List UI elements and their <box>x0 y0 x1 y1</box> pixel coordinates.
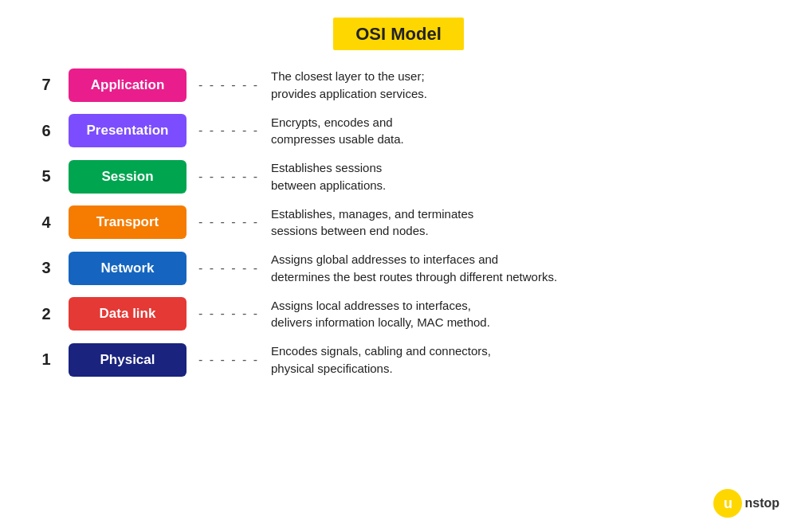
layer-description-6: Encrypts, encodes andcompresses usable d… <box>271 114 765 149</box>
layer-row-4: 4Transport- - - - - -Establishes, manage… <box>32 200 765 246</box>
layer-description-7: The closest layer to the user;provides a… <box>271 68 765 103</box>
layer-dashes-4: - - - - - - <box>193 215 265 229</box>
layer-row-3: 3Network- - - - - -Assigns global addres… <box>32 245 765 291</box>
layer-row-2: 2Data link- - - - - -Assigns local addre… <box>32 291 765 338</box>
page-container: OSI Model 7Application- - - - - -The clo… <box>0 0 797 532</box>
layer-description-1: Encodes signals, cabling and connectors,… <box>271 342 765 377</box>
unstop-circle: u <box>713 489 742 518</box>
layer-number-5: 5 <box>32 167 61 186</box>
unstop-logo: u nstop <box>713 489 779 518</box>
layer-description-4: Establishes, manages, and terminatessess… <box>271 205 765 241</box>
layers-container: 7Application- - - - - -The closest layer… <box>32 62 765 383</box>
layer-badge-session: Session <box>69 160 186 194</box>
layer-dashes-1: - - - - - - <box>193 353 265 367</box>
layer-number-3: 3 <box>32 259 61 277</box>
layer-dashes-7: - - - - - - <box>193 78 265 92</box>
layer-dashes-6: - - - - - - <box>193 123 265 138</box>
layer-badge-application: Application <box>69 68 186 102</box>
layer-row-6: 6Presentation- - - - - -Encrypts, encode… <box>32 108 765 155</box>
layer-number-7: 7 <box>32 76 61 94</box>
layer-row-1: 1Physical- - - - - -Encodes signals, cab… <box>32 337 765 383</box>
unstop-text: nstop <box>744 496 779 510</box>
layer-badge-transport: Transport <box>69 205 186 239</box>
layer-badge-physical: Physical <box>69 343 186 377</box>
layer-description-2: Assigns local addresses to interfaces,de… <box>271 297 765 332</box>
layer-number-1: 1 <box>32 350 61 369</box>
layer-dashes-2: - - - - - - <box>193 307 265 321</box>
layer-number-6: 6 <box>32 122 61 140</box>
layer-row-5: 5Session- - - - - -Establishes sessionsb… <box>32 154 765 200</box>
layer-description-5: Establishes sessionsbetween applications… <box>271 159 765 194</box>
layer-badge-presentation: Presentation <box>69 114 186 147</box>
layer-badge-network: Network <box>69 252 186 285</box>
layer-badge-data-link: Data link <box>69 297 186 331</box>
page-title: OSI Model <box>333 18 464 50</box>
layer-description-3: Assigns global addresses to interfaces a… <box>271 251 765 286</box>
layer-number-2: 2 <box>32 305 61 323</box>
layer-number-4: 4 <box>32 213 61 232</box>
unstop-u-letter: u <box>724 495 732 512</box>
title-wrapper: OSI Model <box>333 24 464 45</box>
layer-dashes-3: - - - - - - <box>193 261 265 276</box>
layer-row-7: 7Application- - - - - -The closest layer… <box>32 62 765 108</box>
layer-dashes-5: - - - - - - <box>193 170 265 184</box>
